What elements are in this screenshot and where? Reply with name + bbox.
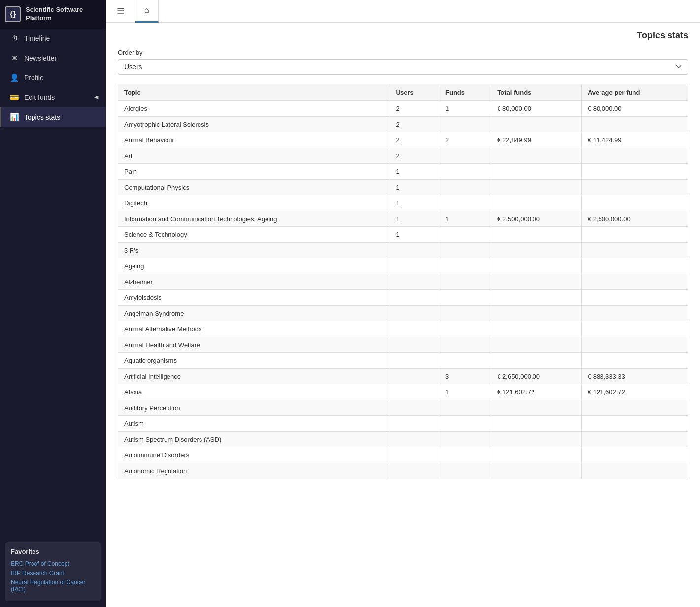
edit-funds-arrow-icon: ◀ bbox=[94, 94, 98, 100]
cell-total_funds-19 bbox=[491, 400, 582, 416]
cell-total_funds-6 bbox=[491, 195, 582, 211]
cell-average-20 bbox=[581, 416, 688, 432]
table-row: Auditory Perception bbox=[118, 400, 688, 416]
table-row: Information and Communication Technologi… bbox=[118, 211, 688, 227]
cell-topic-6: Digitech bbox=[118, 195, 390, 211]
table-row: 3 R's bbox=[118, 243, 688, 258]
cell-total_funds-22 bbox=[491, 447, 582, 463]
table-row: Autism Spectrum Disorders (ASD) bbox=[118, 432, 688, 447]
cell-total_funds-0: € 80,000.00 bbox=[491, 101, 582, 117]
cell-total_funds-14 bbox=[491, 321, 582, 337]
cell-users-18 bbox=[390, 384, 439, 400]
cell-funds-16 bbox=[439, 353, 491, 369]
cell-users-12 bbox=[390, 290, 439, 306]
cell-topic-8: Science & Technology bbox=[118, 227, 390, 243]
cell-total_funds-4 bbox=[491, 164, 582, 180]
cell-average-1 bbox=[581, 117, 688, 132]
app-logo: {} bbox=[5, 6, 21, 22]
cell-total_funds-23 bbox=[491, 463, 582, 479]
cell-topic-2: Animal Behaviour bbox=[118, 132, 390, 148]
cell-average-2: € 11,424.99 bbox=[581, 132, 688, 148]
cell-funds-17: 3 bbox=[439, 369, 491, 384]
cell-topic-9: 3 R's bbox=[118, 243, 390, 258]
cell-total_funds-15 bbox=[491, 337, 582, 353]
table-row: Animal Health and Welfare bbox=[118, 337, 688, 353]
cell-funds-1 bbox=[439, 117, 491, 132]
sidebar: {} Scientific Software Platform ⏱ Timeli… bbox=[0, 0, 106, 607]
favorites-title: Favorites bbox=[11, 548, 95, 555]
table-row: Autism bbox=[118, 416, 688, 432]
cell-users-4: 1 bbox=[390, 164, 439, 180]
cell-funds-6 bbox=[439, 195, 491, 211]
table-row: Amyotrophic Lateral Sclerosis2 bbox=[118, 117, 688, 132]
edit-funds-icon: 💳 bbox=[9, 93, 19, 102]
cell-funds-5 bbox=[439, 180, 491, 195]
cell-users-2: 2 bbox=[390, 132, 439, 148]
cell-users-17 bbox=[390, 369, 439, 384]
order-by-select[interactable]: Users Funds Total funds Average per fund bbox=[118, 59, 688, 75]
home-tab[interactable]: ⌂ bbox=[135, 0, 159, 23]
cell-users-7: 1 bbox=[390, 211, 439, 227]
cell-funds-12 bbox=[439, 290, 491, 306]
cell-total_funds-18: € 121,602.72 bbox=[491, 384, 582, 400]
cell-average-15 bbox=[581, 337, 688, 353]
favorite-link-neural[interactable]: Neural Regulation of Cancer (R01) bbox=[11, 579, 95, 593]
favorite-link-erc[interactable]: ERC Proof of Concept bbox=[11, 560, 95, 567]
col-header-users: Users bbox=[390, 84, 439, 101]
cell-average-14 bbox=[581, 321, 688, 337]
table-row: Ataxia1€ 121,602.72€ 121,602.72 bbox=[118, 384, 688, 400]
cell-average-16 bbox=[581, 353, 688, 369]
col-header-total-funds: Total funds bbox=[491, 84, 582, 101]
sidebar-item-label-edit-funds: Edit funds bbox=[24, 94, 55, 101]
table-row: Pain1 bbox=[118, 164, 688, 180]
table-row: Animal Behaviour22€ 22,849.99€ 11,424.99 bbox=[118, 132, 688, 148]
cell-users-15 bbox=[390, 337, 439, 353]
cell-topic-1: Amyotrophic Lateral Sclerosis bbox=[118, 117, 390, 132]
cell-average-9 bbox=[581, 243, 688, 258]
sidebar-item-topics-stats[interactable]: 📊 Topics stats bbox=[0, 107, 106, 127]
hamburger-icon: ☰ bbox=[117, 6, 125, 17]
cell-average-7: € 2,500,000.00 bbox=[581, 211, 688, 227]
sidebar-item-newsletter[interactable]: ✉ Newsletter bbox=[0, 48, 106, 68]
cell-users-10 bbox=[390, 258, 439, 274]
cell-funds-18: 1 bbox=[439, 384, 491, 400]
content-area: Topics stats Order by Users Funds Total … bbox=[106, 23, 700, 607]
timeline-icon: ⏱ bbox=[9, 34, 19, 43]
table-row: Amyloisdosis bbox=[118, 290, 688, 306]
cell-average-12 bbox=[581, 290, 688, 306]
page-title: Topics stats bbox=[118, 31, 688, 41]
cell-funds-15 bbox=[439, 337, 491, 353]
table-row: Ageing bbox=[118, 258, 688, 274]
cell-topic-16: Aquatic organisms bbox=[118, 353, 390, 369]
cell-topic-5: Computational Physics bbox=[118, 180, 390, 195]
cell-average-4 bbox=[581, 164, 688, 180]
sidebar-item-profile[interactable]: 👤 Profile bbox=[0, 68, 106, 88]
topics-stats-icon: 📊 bbox=[9, 113, 19, 122]
favorite-link-irp[interactable]: IRP Research Grant bbox=[11, 570, 95, 576]
cell-funds-19 bbox=[439, 400, 491, 416]
table-row: Digitech1 bbox=[118, 195, 688, 211]
cell-funds-7: 1 bbox=[439, 211, 491, 227]
cell-funds-8 bbox=[439, 227, 491, 243]
cell-funds-3 bbox=[439, 148, 491, 164]
cell-users-22 bbox=[390, 447, 439, 463]
cell-users-5: 1 bbox=[390, 180, 439, 195]
menu-button[interactable]: ☰ bbox=[106, 0, 135, 23]
topics-table: Topic Users Funds Total funds Average pe… bbox=[118, 84, 688, 479]
cell-funds-4 bbox=[439, 164, 491, 180]
cell-average-3 bbox=[581, 148, 688, 164]
main-content: ☰ ⌂ Topics stats Order by Users Funds To… bbox=[106, 0, 700, 607]
cell-funds-14 bbox=[439, 321, 491, 337]
cell-average-21 bbox=[581, 432, 688, 447]
profile-icon: 👤 bbox=[9, 73, 19, 82]
cell-users-21 bbox=[390, 432, 439, 447]
sidebar-item-timeline[interactable]: ⏱ Timeline bbox=[0, 29, 106, 48]
cell-topic-19: Auditory Perception bbox=[118, 400, 390, 416]
topbar: ☰ ⌂ bbox=[106, 0, 700, 23]
cell-topic-17: Artificial Intelligence bbox=[118, 369, 390, 384]
sidebar-item-edit-funds[interactable]: 💳 Edit funds ◀ bbox=[0, 88, 106, 107]
cell-users-13 bbox=[390, 306, 439, 321]
table-row: Aquatic organisms bbox=[118, 353, 688, 369]
table-row: Artificial Intelligence3€ 2,650,000.00€ … bbox=[118, 369, 688, 384]
cell-topic-15: Animal Health and Welfare bbox=[118, 337, 390, 353]
